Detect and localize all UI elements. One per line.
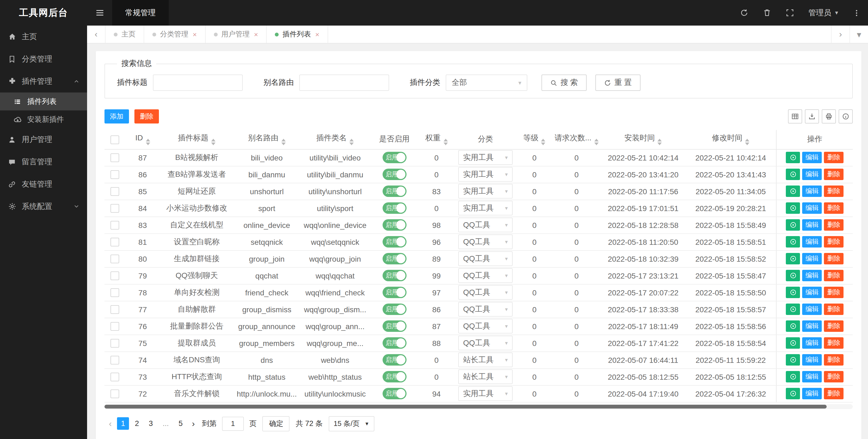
row-checkbox[interactable]: [111, 339, 119, 348]
tab-close-icon[interactable]: ×: [193, 30, 197, 38]
enable-toggle[interactable]: 启用: [382, 202, 406, 214]
view-button[interactable]: [786, 337, 800, 349]
edit-button[interactable]: 编辑: [802, 287, 822, 298]
alias-route-input[interactable]: [299, 74, 389, 91]
enable-toggle[interactable]: 启用: [382, 152, 406, 163]
tab-close-icon[interactable]: ×: [315, 30, 319, 38]
next-page-icon[interactable]: ›: [189, 419, 198, 428]
plugin-title-input[interactable]: [153, 74, 243, 91]
row-checkbox[interactable]: [111, 170, 119, 179]
delete-button[interactable]: 删除: [824, 236, 843, 248]
sort-icons[interactable]: [146, 139, 150, 146]
tab-home[interactable]: 主页: [105, 26, 144, 43]
row-checkbox[interactable]: [111, 356, 119, 365]
row-checkbox[interactable]: [111, 373, 119, 381]
row-checkbox[interactable]: [111, 255, 119, 263]
page-button-1[interactable]: 1: [117, 417, 129, 430]
row-category-select[interactable]: 实用工具▾: [458, 184, 513, 198]
sidebar-item-users[interactable]: 用户管理: [0, 128, 87, 151]
sidebar-item-plugin-list[interactable]: 插件列表: [0, 92, 87, 111]
view-button[interactable]: [786, 388, 800, 399]
sidebar-item-home[interactable]: 主页: [0, 26, 87, 48]
row-checkbox[interactable]: [111, 305, 119, 314]
view-button[interactable]: [786, 253, 800, 264]
enable-toggle[interactable]: 启用: [382, 388, 406, 399]
delete-button[interactable]: 删除: [824, 304, 843, 315]
sort-icons[interactable]: [211, 139, 216, 146]
delete-button[interactable]: 删除: [824, 152, 843, 163]
page-button-5[interactable]: 5: [175, 417, 186, 430]
edit-button[interactable]: 编辑: [802, 304, 822, 315]
row-checkbox[interactable]: [111, 221, 119, 229]
row-category-select[interactable]: QQ工具▾: [458, 234, 513, 249]
enable-toggle[interactable]: 启用: [382, 320, 406, 332]
row-category-select[interactable]: QQ工具▾: [458, 218, 513, 232]
view-button[interactable]: [786, 202, 800, 214]
edit-button[interactable]: 编辑: [802, 236, 822, 248]
view-button[interactable]: [786, 186, 800, 197]
refresh-icon[interactable]: [733, 0, 755, 26]
edit-button[interactable]: 编辑: [802, 253, 822, 264]
view-button[interactable]: [786, 169, 800, 180]
enable-toggle[interactable]: 启用: [382, 371, 406, 382]
goto-confirm-button[interactable]: 确定: [262, 416, 290, 431]
sidebar-item-plugin[interactable]: 插件管理: [0, 70, 87, 92]
row-category-select[interactable]: QQ工具▾: [458, 302, 513, 317]
row-category-select[interactable]: QQ工具▾: [458, 285, 513, 300]
edit-button[interactable]: 编辑: [802, 371, 822, 382]
edit-button[interactable]: 编辑: [802, 320, 822, 332]
page-button-3[interactable]: 3: [145, 417, 157, 430]
edit-button[interactable]: 编辑: [802, 354, 822, 366]
row-category-select[interactable]: QQ工具▾: [458, 268, 513, 283]
print-icon[interactable]: [822, 109, 836, 124]
sort-icons[interactable]: [281, 139, 285, 146]
select-all-checkbox[interactable]: [111, 135, 119, 144]
view-button[interactable]: [786, 270, 800, 281]
edit-button[interactable]: 编辑: [802, 169, 822, 180]
sort-icons[interactable]: [541, 139, 546, 146]
row-checkbox[interactable]: [111, 389, 119, 398]
edit-button[interactable]: 编辑: [802, 202, 822, 214]
goto-page-input[interactable]: [222, 416, 244, 431]
view-button[interactable]: [786, 219, 800, 231]
edit-button[interactable]: 编辑: [802, 388, 822, 399]
delete-button[interactable]: 删除: [824, 371, 843, 382]
edit-button[interactable]: 编辑: [802, 219, 822, 231]
view-button[interactable]: [786, 320, 800, 332]
sort-icons[interactable]: [594, 139, 599, 146]
delete-button[interactable]: 删除: [824, 270, 843, 281]
fullscreen-icon[interactable]: [778, 0, 801, 26]
delete-button[interactable]: 删除: [824, 320, 843, 332]
columns-filter-icon[interactable]: [788, 109, 802, 124]
tabs-scroll-left-icon[interactable]: ‹: [87, 26, 105, 43]
sidebar-item-category[interactable]: 分类管理: [0, 48, 87, 70]
export-icon[interactable]: [805, 109, 819, 124]
enable-toggle[interactable]: 启用: [382, 169, 406, 180]
search-button[interactable]: 搜 索: [541, 74, 587, 91]
topnav-tab-general[interactable]: 常规管理: [112, 0, 169, 26]
scrollbar-thumb[interactable]: [104, 404, 827, 408]
row-category-select[interactable]: 实用工具▾: [458, 201, 513, 215]
enable-toggle[interactable]: 启用: [382, 186, 406, 197]
tabs-menu-icon[interactable]: ▾: [849, 26, 868, 43]
page-button-2[interactable]: 2: [131, 417, 143, 430]
row-checkbox[interactable]: [111, 238, 119, 246]
enable-toggle[interactable]: 启用: [382, 219, 406, 231]
row-checkbox[interactable]: [111, 272, 119, 280]
row-category-select[interactable]: QQ工具▾: [458, 319, 513, 334]
delete-button[interactable]: 删除: [824, 287, 843, 298]
delete-button[interactable]: 删除: [824, 169, 843, 180]
enable-toggle[interactable]: 启用: [382, 270, 406, 281]
enable-toggle[interactable]: 启用: [382, 287, 406, 298]
delete-button[interactable]: 删除: [824, 337, 843, 349]
view-button[interactable]: [786, 304, 800, 315]
view-button[interactable]: [786, 152, 800, 163]
row-category-select[interactable]: 站长工具▾: [458, 352, 513, 367]
prev-page-icon[interactable]: ‹: [105, 419, 115, 428]
delete-button[interactable]: 删除: [824, 219, 843, 231]
tab-category-manage[interactable]: 分类管理 ×: [144, 26, 206, 43]
row-category-select[interactable]: QQ工具▾: [458, 336, 513, 350]
info-icon[interactable]: [839, 109, 853, 124]
row-category-select[interactable]: 站长工具▾: [458, 369, 513, 384]
user-menu[interactable]: 管理员 ▾: [801, 0, 845, 26]
